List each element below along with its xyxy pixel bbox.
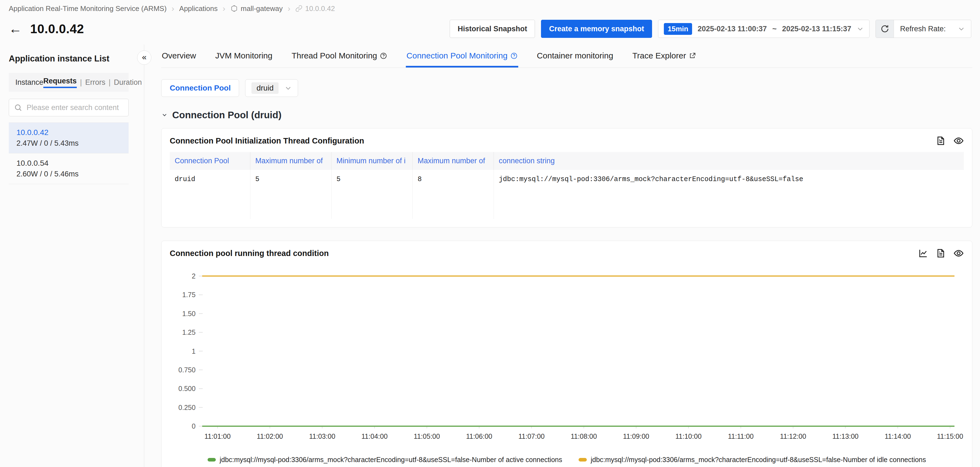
tab-thread-pool-monitoring[interactable]: Thread Pool Monitoring	[291, 48, 388, 67]
create-memory-snapshot-button[interactable]: Create a memory snapshot	[541, 20, 652, 38]
instance-stats: 2.47W / 0 / 5.43ms	[16, 139, 126, 148]
search-icon	[14, 104, 22, 112]
tab-label: JVM Monitoring	[215, 51, 272, 61]
instance-search	[9, 99, 129, 116]
main-panel: OverviewJVM MonitoringThread Pool Monito…	[144, 45, 980, 467]
svg-text:11:09:00: 11:09:00	[623, 432, 649, 440]
breadcrumb-separator: ›	[288, 5, 290, 13]
line-chart-icon[interactable]	[918, 248, 928, 258]
chevron-down-icon	[285, 84, 292, 92]
svg-text:1.25: 1.25	[182, 328, 196, 336]
breadcrumb: Application Real-Time Monitoring Service…	[0, 0, 980, 17]
table-cell: 5	[250, 170, 331, 219]
sort-separator: |	[108, 78, 110, 87]
svg-text:11:06:00: 11:06:00	[466, 432, 492, 440]
pool-select[interactable]: druid	[245, 79, 298, 97]
sidebar-title: Application instance List	[9, 54, 129, 64]
sidebar-tab-instance[interactable]: Instance	[15, 78, 43, 87]
historical-snapshot-button[interactable]: Historical Snapshot	[450, 20, 535, 38]
help-icon	[510, 52, 518, 59]
sidebar-sort-errors[interactable]: Errors	[85, 78, 105, 87]
hexagon-icon	[230, 5, 238, 12]
svg-text:11:04:00: 11:04:00	[361, 432, 388, 440]
chevron-down-icon	[857, 25, 864, 32]
page-title: 10.0.0.42	[30, 21, 84, 36]
tab-overview[interactable]: Overview	[161, 48, 197, 67]
breadcrumb-label: mall-gateway	[241, 5, 283, 13]
legend-item[interactable]: jdbc:mysql://mysql-pod:3306/arms_mock?ch…	[579, 456, 926, 464]
breadcrumb-label: 10.0.0.42	[305, 5, 335, 13]
document-icon[interactable]	[936, 136, 946, 146]
breadcrumb-item[interactable]: Application Real-Time Monitoring Service…	[9, 5, 167, 13]
section-caret-icon[interactable]	[161, 112, 168, 118]
application-instance-sidebar: Application instance List Instance Reque…	[0, 45, 144, 467]
time-range-picker[interactable]: 15min 2025-02-13 11:00:37 ~ 2025-02-13 1…	[658, 20, 870, 38]
svg-text:11:10:00: 11:10:00	[675, 432, 702, 440]
svg-text:11:01:00: 11:01:00	[205, 432, 231, 440]
tab-trace-explorer[interactable]: Trace Explorer	[632, 48, 697, 67]
eye-icon[interactable]	[953, 248, 964, 258]
document-icon[interactable]	[936, 248, 946, 258]
time-range-separator: ~	[772, 25, 776, 33]
table-row: druid558jdbc:mysql://mysql-pod:3306/arms…	[170, 170, 964, 219]
breadcrumb-item: 10.0.0.42	[295, 5, 335, 13]
instance-item[interactable]: 10.0.0.542.60W / 0 / 5.46ms	[9, 153, 129, 184]
link-icon	[295, 5, 302, 12]
legend-item[interactable]: jdbc:mysql://mysql-pod:3306/arms_mock?ch…	[208, 456, 562, 464]
breadcrumb-item[interactable]: Applications	[179, 5, 218, 13]
instance-item[interactable]: 10.0.0.422.47W / 0 / 5.43ms	[9, 123, 129, 153]
tab-connection-pool-monitoring[interactable]: Connection Pool Monitoring	[406, 48, 518, 67]
tab-jvm-monitoring[interactable]: JVM Monitoring	[215, 48, 273, 67]
table-header-cell: Minimum number of i	[331, 152, 413, 170]
connection-pool-chart[interactable]: 21.751.501.2510.7500.5000.250011:01:0011…	[162, 263, 972, 455]
breadcrumb-label: Application Real-Time Monitoring Service…	[9, 5, 167, 13]
connection-pool-filter-button[interactable]: Connection Pool	[161, 79, 239, 97]
svg-text:11:15:00: 11:15:00	[937, 432, 963, 440]
search-input[interactable]	[27, 104, 124, 112]
svg-text:11:05:00: 11:05:00	[414, 432, 440, 440]
breadcrumb-item[interactable]: mall-gateway	[230, 5, 283, 13]
table-header-cell: Connection Pool	[170, 152, 250, 170]
sidebar-collapse-button[interactable]: «	[137, 51, 151, 65]
tab-container-monitoring[interactable]: Container monitoring	[536, 48, 614, 67]
section-title-text: Connection Pool (druid)	[172, 110, 282, 120]
svg-text:11:12:00: 11:12:00	[780, 432, 807, 440]
sidebar-sort-requests[interactable]: Requests	[43, 77, 77, 88]
svg-text:2: 2	[192, 272, 196, 280]
refresh-rate-label: Refresh Rate:	[900, 25, 946, 33]
tab-label: Container monitoring	[537, 51, 613, 61]
pool-select-value: druid	[251, 82, 278, 94]
svg-text:1.75: 1.75	[182, 291, 196, 298]
instance-stats: 2.60W / 0 / 5.46ms	[16, 170, 126, 179]
sort-separator: |	[80, 78, 82, 87]
section-heading: Connection Pool (druid)	[161, 110, 972, 120]
sidebar-sort-duration[interactable]: Duration	[114, 78, 142, 87]
legend-swatch-icon	[208, 458, 216, 462]
sidebar-filter-tabs: Instance Requests|Errors|Duration	[9, 73, 129, 92]
table-header-cell: Maximum number of	[250, 152, 331, 170]
table-cell: jdbc:mysql://mysql-pod:3306/arms_mock?ch…	[494, 170, 964, 219]
breadcrumb-separator: ›	[223, 5, 225, 13]
svg-text:11:03:00: 11:03:00	[309, 432, 335, 440]
tab-label: Overview	[162, 51, 196, 61]
breadcrumb-separator: ›	[172, 5, 174, 13]
eye-icon[interactable]	[953, 135, 964, 146]
svg-text:1: 1	[192, 347, 196, 355]
svg-text:11:14:00: 11:14:00	[885, 432, 911, 440]
time-range-start: 2025-02-13 11:00:37	[698, 25, 767, 33]
instance-list: 10.0.0.422.47W / 0 / 5.43ms10.0.0.542.60…	[9, 123, 129, 184]
back-button[interactable]: ←	[9, 22, 22, 35]
svg-text:0.750: 0.750	[178, 366, 196, 374]
sidebar-sort-tabs: Requests|Errors|Duration	[43, 77, 142, 88]
svg-text:11:08:00: 11:08:00	[571, 432, 597, 440]
instance-ip: 10.0.0.54	[16, 159, 126, 167]
chart-card-title: Connection pool running thread condition	[170, 249, 329, 258]
table-header-cell: Maximum number of	[413, 152, 494, 170]
time-range-end: 2025-02-13 11:15:37	[782, 25, 851, 33]
help-icon	[380, 52, 387, 59]
refresh-rate-select[interactable]: Refresh Rate:	[894, 20, 971, 38]
legend-label: jdbc:mysql://mysql-pod:3306/arms_mock?ch…	[220, 456, 562, 464]
refresh-button[interactable]	[876, 20, 894, 38]
external-link-icon	[689, 52, 696, 59]
tab-label: Thread Pool Monitoring	[291, 51, 377, 61]
